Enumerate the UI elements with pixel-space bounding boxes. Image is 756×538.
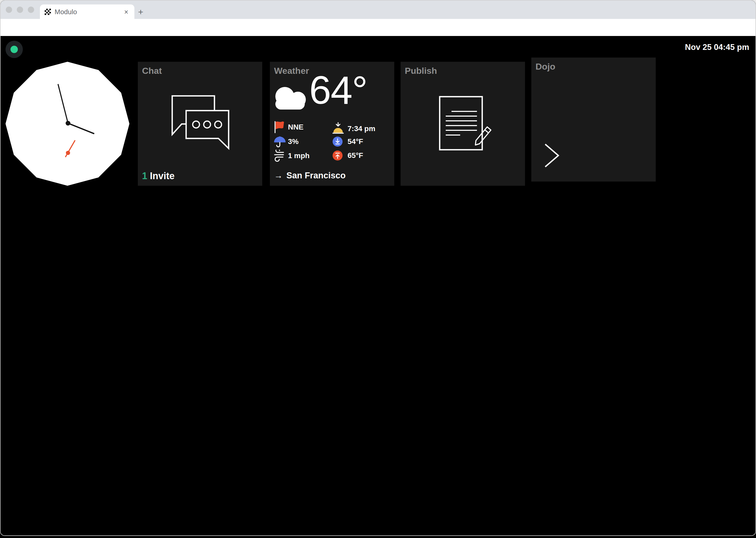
tile-title: Chat bbox=[142, 65, 162, 76]
precipitation-value: 3% bbox=[288, 137, 299, 146]
umbrella-icon bbox=[273, 135, 286, 148]
new-tab-button[interactable]: + bbox=[136, 7, 146, 17]
invite-badge: 1 Invite bbox=[142, 170, 174, 182]
landscape-home: Nov 25 04:45 pm Chat 1 Invite Weather bbox=[1, 36, 755, 536]
invite-count: 1 bbox=[142, 171, 147, 181]
zoom-window-button[interactable] bbox=[28, 7, 34, 13]
current-temperature: 64° bbox=[309, 69, 367, 111]
invite-label: Invite bbox=[150, 171, 174, 181]
browser-toolbar: https://fabled-faster.tlon.network/apps/… bbox=[1, 19, 755, 36]
document-pencil-icon bbox=[437, 94, 497, 155]
close-tab-icon[interactable]: × bbox=[122, 8, 130, 16]
clock-center-dot bbox=[66, 121, 71, 126]
status-dot-icon bbox=[11, 46, 18, 53]
second-hand-dot bbox=[66, 151, 70, 155]
cloud-icon bbox=[273, 85, 307, 112]
minimize-window-button[interactable] bbox=[17, 7, 23, 13]
system-menu-button[interactable] bbox=[6, 41, 23, 58]
close-window-button[interactable] bbox=[6, 7, 12, 13]
location-name: San Francisco bbox=[286, 171, 346, 180]
tab-title: Modulo bbox=[55, 4, 77, 19]
tile-chat[interactable]: Chat 1 Invite bbox=[138, 62, 262, 186]
sunset-icon bbox=[332, 122, 344, 135]
low-temp-value: 54°F bbox=[348, 137, 363, 146]
datetime-text: Nov 25 04:45 pm bbox=[685, 42, 749, 52]
wind-direction-flag-icon bbox=[273, 121, 286, 134]
chat-bubbles-icon bbox=[170, 94, 231, 150]
tile-title: Publish bbox=[405, 65, 437, 76]
tile-title: Dojo bbox=[536, 61, 555, 72]
tile-publish[interactable]: Publish bbox=[401, 62, 525, 186]
analog-clock bbox=[6, 62, 129, 186]
tile-title: Weather bbox=[274, 65, 309, 76]
browser-window: Modulo × + https://fabled-faster bbox=[0, 0, 756, 536]
weather-location: →San Francisco bbox=[274, 170, 346, 181]
arrow-right-icon: → bbox=[274, 171, 283, 180]
wind-speed-value: 1 mph bbox=[288, 151, 309, 161]
chevron-right-icon bbox=[544, 143, 560, 169]
tile-dojo[interactable]: Dojo bbox=[531, 58, 656, 182]
high-temp-value: 65°F bbox=[348, 151, 363, 160]
sigil-favicon-icon bbox=[45, 9, 51, 15]
high-temp-icon bbox=[333, 150, 343, 161]
browser-tab[interactable]: Modulo × bbox=[40, 4, 134, 19]
wind-speed-icon bbox=[273, 150, 285, 162]
sunset-time-value: 7:34 pm bbox=[348, 124, 375, 134]
tab-bar: Modulo × + bbox=[1, 1, 755, 19]
wind-direction-value: NNE bbox=[288, 123, 304, 132]
low-temp-icon bbox=[333, 136, 343, 146]
tile-weather[interactable]: Weather 64° NNE 3% bbox=[270, 62, 394, 186]
